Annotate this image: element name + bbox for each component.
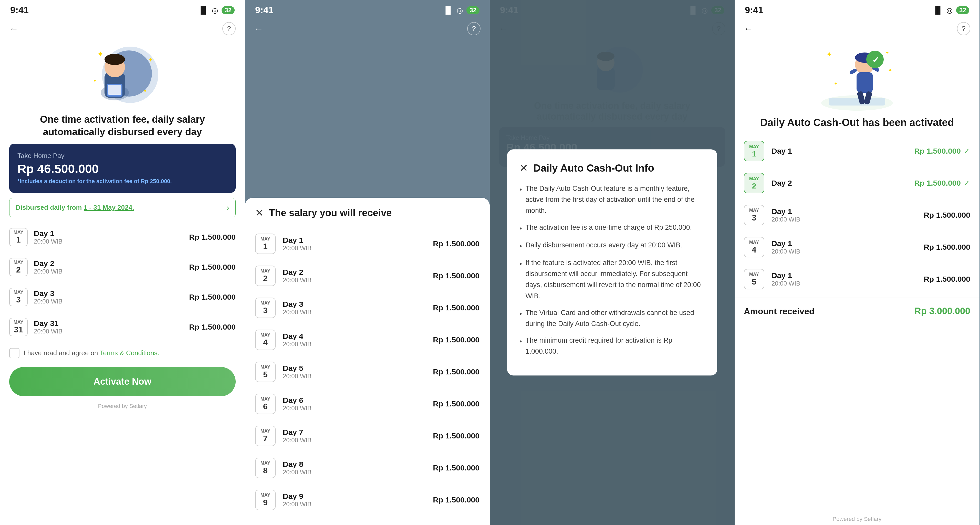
amount-received-row-4: Amount received Rp 3.000.000 (735, 298, 980, 324)
help-button-1[interactable]: ? (222, 22, 235, 35)
notification-badge-2: 32 (466, 6, 479, 14)
chevron-right-icon-1: › (226, 203, 229, 212)
info-point-3-6: • The minimum credit required for activa… (519, 335, 705, 357)
day-item-1-31: MAY 31 Day 31 20:00 WIB Rp 1.500.000 (9, 312, 235, 342)
star2: ✦ (148, 56, 153, 63)
modal-day-item-2-3: MAY 3 Day 3 20:00 WIB Rp 1.500.000 (255, 292, 479, 324)
hero-svg-1: ✦ ✦ ✦ ✦ (81, 41, 164, 108)
star4: ✦ (93, 78, 97, 83)
bullet-icon-3-2: • (519, 223, 522, 234)
info-modal-body-3: • The Daily Auto Cash-Out feature is a m… (519, 183, 705, 357)
help-icon-4: ? (962, 25, 966, 33)
wifi-icon-4: ◎ (947, 6, 953, 14)
terms-checkbox-1[interactable] (9, 348, 19, 358)
activated-day-list-4: MAY 1 Day 1 Rp 1.500.000 ✓ MAY 2 Day 2 R… (735, 135, 980, 295)
bullet-icon-3-1: • (519, 184, 522, 216)
bullet-icon-3-4: • (519, 258, 522, 302)
svg-rect-13 (829, 98, 885, 105)
activated-badge-4-1: MAY 1 (744, 141, 764, 161)
day-badge-1-31: MAY 31 (9, 318, 28, 336)
pay-card-note-1: *Includes a deduction for the activation… (18, 178, 228, 185)
bullet-icon-3-3: • (519, 241, 522, 252)
help-button-2bg: ? (467, 22, 480, 35)
modal-day-badge-2-1: MAY 1 (255, 234, 275, 254)
help-button-4[interactable]: ? (957, 22, 970, 35)
svg-text:✦: ✦ (885, 50, 889, 55)
modal-day-list-2: MAY 1 Day 1 20:00 WIB Rp 1.500.000 MAY 2… (255, 228, 479, 516)
screen1: 9:41 ▐▌ ◎ 32 ← ? (0, 0, 245, 525)
activated-badge-4-3: MAY 3 (744, 205, 764, 225)
star1: ✦ (97, 49, 104, 59)
info-point-3-2: • The activation fee is a one-time charg… (519, 222, 705, 234)
signal-icon: ▐▌ (198, 6, 208, 14)
amount-received-value-4: Rp 3.000.000 (915, 306, 970, 317)
activated-title-4: Daily Auto Cash-Out has been activated (735, 116, 980, 135)
screen3: 9:41 ▐▌ ◎ 32 ← ? One time activation fee… (490, 0, 735, 525)
modal-header-2: ✕ The salary you will receive (255, 207, 479, 219)
status-time-4: 9:41 (745, 5, 763, 16)
back-button-4[interactable]: ← (744, 23, 753, 34)
svg-text:✦: ✦ (888, 67, 892, 73)
day-item-1-3: MAY 3 Day 3 20:00 WIB Rp 1.500.000 (9, 282, 235, 312)
activated-badge-4-4: MAY 4 (744, 237, 764, 258)
wifi-icon-2: ◎ (457, 6, 463, 14)
help-icon-2bg: ? (472, 25, 476, 33)
status-icons-4: ▐▌ ◎ 32 (933, 6, 969, 14)
disburse-link-text-1: Disbursed daily from 1 - 31 May 2024. (16, 204, 134, 212)
notification-badge-1: 32 (221, 6, 235, 14)
modal-day-item-2-1: MAY 1 Day 1 20:00 WIB Rp 1.500.000 (255, 228, 479, 260)
modal-title-2: The salary you will receive (269, 207, 391, 218)
signal-icon-4: ▐▌ (933, 6, 943, 14)
info-point-3-3: • Daily disbursement occurs every day at… (519, 240, 705, 252)
salary-modal: ✕ The salary you will receive MAY 1 Day … (245, 198, 490, 525)
day-item-1-2: MAY 2 Day 2 20:00 WIB Rp 1.500.000 (9, 252, 235, 282)
modal-close-2[interactable]: ✕ (255, 207, 264, 219)
info-point-3-1: • The Daily Auto Cash-Out feature is a m… (519, 183, 705, 216)
status-icons-2: ▐▌ ◎ 32 (443, 6, 479, 14)
info-modal-close-3[interactable]: ✕ (519, 162, 528, 174)
modal-day-item-2-6: MAY 6 Day 6 20:00 WIB Rp 1.500.000 (255, 388, 479, 420)
day-badge-1-3: MAY 3 (9, 288, 28, 306)
terms-text-1: I have read and agree on Terms & Conditi… (24, 349, 159, 357)
activated-day-item-4-2: MAY 2 Day 2 Rp 1.500.000 ✓ (735, 167, 980, 199)
activated-day-item-4-4: MAY 4 Day 1 20:00 WIB Rp 1.500.000 (735, 231, 980, 263)
modal-day-item-2-9: MAY 9 Day 9 20:00 WIB Rp 1.500.000 (255, 484, 479, 516)
powered-by-4: Powered by Setlary (735, 513, 980, 525)
hero-title-1: One time activation fee, daily salary au… (0, 111, 245, 144)
back-button-1[interactable]: ← (9, 23, 18, 34)
status-time-1: 9:41 (10, 5, 29, 16)
modal-day-item-2-5: MAY 5 Day 5 20:00 WIB Rp 1.500.000 (255, 356, 479, 388)
hero-illustration-1: ✦ ✦ ✦ ✦ (0, 39, 245, 111)
status-bar-1: 9:41 ▐▌ ◎ 32 (0, 0, 245, 18)
activated-day-item-4-1: MAY 1 Day 1 Rp 1.500.000 ✓ (735, 135, 980, 167)
bullet-icon-3-5: • (519, 308, 522, 329)
terms-row-1: I have read and agree on Terms & Conditi… (0, 342, 245, 364)
star3: ✦ (143, 88, 147, 94)
pay-card-label-1: Take Home Pay (18, 152, 228, 160)
pay-card-note-highlight-1: Rp 250.000. (141, 178, 172, 185)
svg-rect-16 (856, 72, 873, 93)
activated-badge-4-5: MAY 5 (744, 269, 764, 290)
terms-link-1[interactable]: Terms & Conditions. (100, 349, 159, 357)
modal-day-item-2-2: MAY 2 Day 2 20:00 WIB Rp 1.500.000 (255, 260, 479, 292)
day-badge-1-1: MAY 1 (9, 228, 28, 247)
day-list-1: MAY 1 Day 1 20:00 WIB Rp 1.500.000 MAY 2… (9, 222, 235, 342)
signal-icon-2: ▐▌ (443, 6, 453, 14)
activate-button-1[interactable]: Activate Now (9, 367, 235, 396)
activated-day-item-4-5: MAY 5 Day 1 20:00 WIB Rp 1.500.000 (735, 263, 980, 295)
status-icons-1: ▐▌ ◎ 32 (198, 6, 235, 14)
disburse-link-1[interactable]: Disbursed daily from 1 - 31 May 2024. › (9, 198, 235, 217)
svg-text:✦: ✦ (826, 51, 832, 58)
status-bar-2: 9:41 ▐▌ ◎ 32 (245, 0, 490, 18)
day-info-1-1: Day 1 20:00 WIB (34, 229, 189, 245)
back-button-2bg: ← (254, 23, 263, 34)
check-icon-4-2: ✓ (963, 178, 970, 188)
status-bar-4: 9:41 ▐▌ ◎ 32 (735, 0, 980, 18)
svg-text:✦: ✦ (834, 81, 837, 86)
info-point-3-4: • If the feature is activated after 20:0… (519, 258, 705, 302)
modal-day-item-2-8: MAY 8 Day 8 20:00 WIB Rp 1.500.000 (255, 452, 479, 484)
screen1-content: ✦ ✦ ✦ ✦ One time activation fee, daily s… (0, 39, 245, 525)
amount-received-label-4: Amount received (744, 306, 815, 316)
info-modal-title-3: Daily Auto Cash-Out Info (533, 162, 654, 174)
nav-bar-1: ← ? (0, 18, 245, 39)
